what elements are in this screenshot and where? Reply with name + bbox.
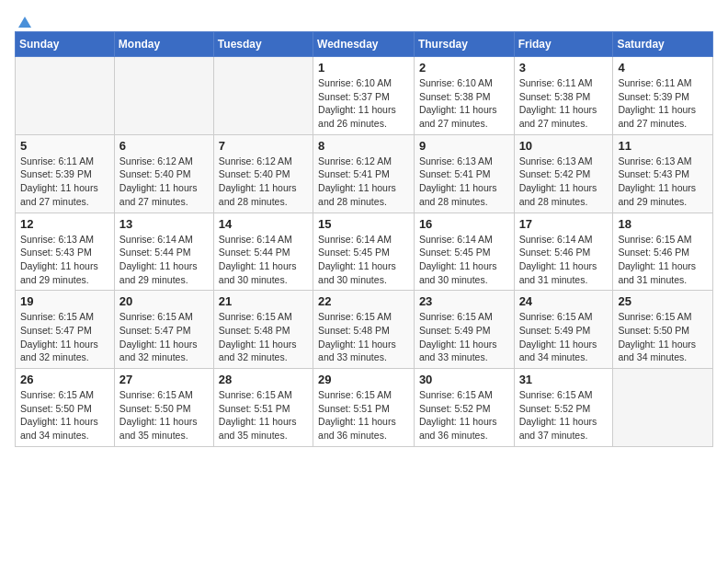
day-info: Sunrise: 6:10 AM Sunset: 5:38 PM Dayligh… bbox=[419, 76, 509, 131]
day-number: 17 bbox=[519, 217, 609, 231]
day-info: Sunrise: 6:13 AM Sunset: 5:42 PM Dayligh… bbox=[519, 155, 609, 209]
day-number: 14 bbox=[219, 217, 308, 231]
day-info: Sunrise: 6:14 AM Sunset: 5:45 PM Dayligh… bbox=[318, 233, 409, 287]
svg-marker-0 bbox=[18, 17, 31, 28]
day-number: 12 bbox=[20, 217, 109, 231]
day-number: 5 bbox=[20, 139, 109, 153]
calendar-cell: 26Sunrise: 6:15 AM Sunset: 5:50 PM Dayli… bbox=[16, 369, 115, 447]
day-number: 25 bbox=[618, 294, 708, 308]
day-number: 11 bbox=[618, 139, 708, 153]
day-info: Sunrise: 6:14 AM Sunset: 5:44 PM Dayligh… bbox=[119, 233, 209, 287]
calendar-cell: 8Sunrise: 6:12 AM Sunset: 5:41 PM Daylig… bbox=[313, 134, 415, 213]
day-number: 24 bbox=[519, 294, 609, 308]
column-header-thursday: Thursday bbox=[414, 32, 514, 57]
calendar-cell: 7Sunrise: 6:12 AM Sunset: 5:40 PM Daylig… bbox=[213, 134, 313, 213]
day-info: Sunrise: 6:15 AM Sunset: 5:48 PM Dayligh… bbox=[219, 310, 308, 364]
calendar-cell: 31Sunrise: 6:15 AM Sunset: 5:52 PM Dayli… bbox=[514, 369, 613, 447]
day-info: Sunrise: 6:15 AM Sunset: 5:48 PM Dayligh… bbox=[318, 310, 409, 364]
column-header-wednesday: Wednesday bbox=[313, 32, 415, 57]
calendar-cell: 22Sunrise: 6:15 AM Sunset: 5:48 PM Dayli… bbox=[313, 291, 415, 369]
day-info: Sunrise: 6:15 AM Sunset: 5:47 PM Dayligh… bbox=[20, 310, 109, 364]
day-info: Sunrise: 6:11 AM Sunset: 5:38 PM Dayligh… bbox=[519, 76, 609, 131]
day-info: Sunrise: 6:15 AM Sunset: 5:51 PM Dayligh… bbox=[318, 388, 409, 442]
day-number: 15 bbox=[318, 217, 409, 231]
calendar-cell: 6Sunrise: 6:12 AM Sunset: 5:40 PM Daylig… bbox=[114, 134, 213, 213]
calendar-cell: 18Sunrise: 6:15 AM Sunset: 5:46 PM Dayli… bbox=[613, 213, 713, 291]
calendar-week-row: 19Sunrise: 6:15 AM Sunset: 5:47 PM Dayli… bbox=[16, 291, 713, 369]
calendar-cell: 19Sunrise: 6:15 AM Sunset: 5:47 PM Dayli… bbox=[16, 291, 115, 369]
day-number: 9 bbox=[419, 139, 509, 153]
day-info: Sunrise: 6:15 AM Sunset: 5:47 PM Dayligh… bbox=[119, 310, 209, 364]
calendar-cell: 14Sunrise: 6:14 AM Sunset: 5:44 PM Dayli… bbox=[213, 213, 313, 291]
calendar-cell: 13Sunrise: 6:14 AM Sunset: 5:44 PM Dayli… bbox=[114, 213, 213, 291]
calendar-week-row: 5Sunrise: 6:11 AM Sunset: 5:39 PM Daylig… bbox=[16, 134, 713, 213]
day-info: Sunrise: 6:15 AM Sunset: 5:52 PM Dayligh… bbox=[519, 388, 609, 442]
day-number: 31 bbox=[519, 373, 609, 386]
day-number: 19 bbox=[20, 294, 109, 308]
calendar-cell: 15Sunrise: 6:14 AM Sunset: 5:45 PM Dayli… bbox=[313, 213, 415, 291]
calendar-cell bbox=[114, 57, 213, 135]
calendar-table: SundayMondayTuesdayWednesdayThursdayFrid… bbox=[15, 31, 713, 447]
calendar-cell: 9Sunrise: 6:13 AM Sunset: 5:41 PM Daylig… bbox=[414, 134, 514, 213]
day-number: 30 bbox=[419, 373, 509, 386]
day-number: 29 bbox=[318, 373, 409, 386]
day-number: 21 bbox=[219, 294, 308, 308]
calendar-cell: 20Sunrise: 6:15 AM Sunset: 5:47 PM Dayli… bbox=[114, 291, 213, 369]
calendar-cell: 5Sunrise: 6:11 AM Sunset: 5:39 PM Daylig… bbox=[16, 134, 115, 213]
day-number: 6 bbox=[119, 139, 209, 153]
day-number: 2 bbox=[419, 61, 509, 75]
calendar-cell: 25Sunrise: 6:15 AM Sunset: 5:50 PM Dayli… bbox=[613, 291, 713, 369]
day-info: Sunrise: 6:15 AM Sunset: 5:52 PM Dayligh… bbox=[419, 388, 509, 442]
calendar-cell: 23Sunrise: 6:15 AM Sunset: 5:49 PM Dayli… bbox=[414, 291, 514, 369]
calendar-header-row: SundayMondayTuesdayWednesdayThursdayFrid… bbox=[16, 32, 713, 57]
calendar-week-row: 26Sunrise: 6:15 AM Sunset: 5:50 PM Dayli… bbox=[16, 369, 713, 447]
day-number: 18 bbox=[618, 217, 708, 231]
day-info: Sunrise: 6:15 AM Sunset: 5:50 PM Dayligh… bbox=[20, 388, 109, 442]
day-number: 22 bbox=[318, 294, 409, 308]
day-info: Sunrise: 6:13 AM Sunset: 5:43 PM Dayligh… bbox=[20, 233, 109, 287]
day-info: Sunrise: 6:15 AM Sunset: 5:49 PM Dayligh… bbox=[519, 310, 609, 364]
calendar-cell: 16Sunrise: 6:14 AM Sunset: 5:45 PM Dayli… bbox=[414, 213, 514, 291]
calendar-cell: 1Sunrise: 6:10 AM Sunset: 5:37 PM Daylig… bbox=[313, 57, 415, 135]
calendar-cell: 2Sunrise: 6:10 AM Sunset: 5:38 PM Daylig… bbox=[414, 57, 514, 135]
day-number: 28 bbox=[219, 373, 308, 386]
day-number: 4 bbox=[618, 61, 708, 75]
day-info: Sunrise: 6:15 AM Sunset: 5:46 PM Dayligh… bbox=[618, 233, 708, 287]
day-info: Sunrise: 6:13 AM Sunset: 5:43 PM Dayligh… bbox=[618, 155, 708, 209]
calendar-cell bbox=[16, 57, 115, 135]
calendar-cell bbox=[613, 369, 713, 447]
day-info: Sunrise: 6:14 AM Sunset: 5:46 PM Dayligh… bbox=[519, 233, 609, 287]
day-number: 16 bbox=[419, 217, 509, 231]
day-number: 10 bbox=[519, 139, 609, 153]
calendar-cell: 21Sunrise: 6:15 AM Sunset: 5:48 PM Dayli… bbox=[213, 291, 313, 369]
calendar-week-row: 1Sunrise: 6:10 AM Sunset: 5:37 PM Daylig… bbox=[16, 57, 713, 135]
calendar-cell: 27Sunrise: 6:15 AM Sunset: 5:50 PM Dayli… bbox=[114, 369, 213, 447]
logo-icon bbox=[17, 15, 33, 31]
day-number: 13 bbox=[119, 217, 209, 231]
calendar-cell: 10Sunrise: 6:13 AM Sunset: 5:42 PM Dayli… bbox=[514, 134, 613, 213]
calendar-cell: 28Sunrise: 6:15 AM Sunset: 5:51 PM Dayli… bbox=[213, 369, 313, 447]
day-info: Sunrise: 6:12 AM Sunset: 5:40 PM Dayligh… bbox=[219, 155, 308, 209]
day-number: 23 bbox=[419, 294, 509, 308]
day-info: Sunrise: 6:12 AM Sunset: 5:41 PM Dayligh… bbox=[318, 155, 409, 209]
day-info: Sunrise: 6:10 AM Sunset: 5:37 PM Dayligh… bbox=[318, 76, 409, 131]
calendar-cell: 29Sunrise: 6:15 AM Sunset: 5:51 PM Dayli… bbox=[313, 369, 415, 447]
column-header-tuesday: Tuesday bbox=[213, 32, 313, 57]
day-number: 1 bbox=[318, 61, 409, 75]
calendar-cell: 24Sunrise: 6:15 AM Sunset: 5:49 PM Dayli… bbox=[514, 291, 613, 369]
day-number: 27 bbox=[119, 373, 209, 386]
day-info: Sunrise: 6:15 AM Sunset: 5:50 PM Dayligh… bbox=[618, 310, 708, 364]
column-header-friday: Friday bbox=[514, 32, 613, 57]
day-info: Sunrise: 6:12 AM Sunset: 5:40 PM Dayligh… bbox=[119, 155, 209, 209]
day-number: 20 bbox=[119, 294, 209, 308]
day-info: Sunrise: 6:11 AM Sunset: 5:39 PM Dayligh… bbox=[20, 155, 109, 209]
calendar-cell: 17Sunrise: 6:14 AM Sunset: 5:46 PM Dayli… bbox=[514, 213, 613, 291]
day-number: 8 bbox=[318, 139, 409, 153]
day-info: Sunrise: 6:15 AM Sunset: 5:51 PM Dayligh… bbox=[219, 388, 308, 442]
day-info: Sunrise: 6:11 AM Sunset: 5:39 PM Dayligh… bbox=[618, 76, 708, 131]
calendar-cell: 11Sunrise: 6:13 AM Sunset: 5:43 PM Dayli… bbox=[613, 134, 713, 213]
column-header-monday: Monday bbox=[114, 32, 213, 57]
day-number: 3 bbox=[519, 61, 609, 75]
day-info: Sunrise: 6:15 AM Sunset: 5:49 PM Dayligh… bbox=[419, 310, 509, 364]
day-info: Sunrise: 6:15 AM Sunset: 5:50 PM Dayligh… bbox=[119, 388, 209, 442]
